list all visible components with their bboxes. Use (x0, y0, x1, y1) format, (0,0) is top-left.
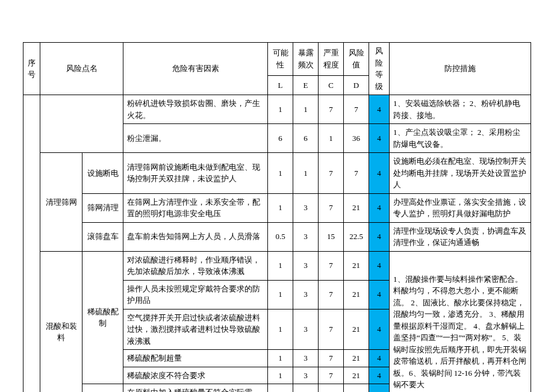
hazard-cell: 粉碎机进铁导致损坏齿圈、磨块，产生火花。 (123, 95, 268, 124)
E-cell: 3 (293, 193, 319, 222)
level-cell: 4 (369, 367, 390, 384)
measure-cell: 设施断电必须在配电室、现场控制开关处均断电并挂牌，现场开关处设置监护人 (390, 153, 531, 194)
hazard-cell: 粉尘泄漏。 (123, 124, 268, 153)
level-cell: 4 (369, 222, 390, 251)
E-cell: 3 (293, 367, 319, 384)
E-cell: 3 (293, 280, 319, 309)
risk-point-cell (40, 95, 123, 153)
E-cell: 3 (293, 384, 319, 393)
col-risk-point: 风险点名 (40, 43, 123, 95)
C-cell: 7 (319, 193, 344, 222)
L-cell: 1 (268, 251, 293, 280)
L-cell: 1 (268, 95, 293, 124)
seq-cell (23, 95, 40, 393)
C-cell: 7 (319, 384, 344, 393)
hazard-cell: 稀硫酸浓度不符合要求 (123, 367, 268, 384)
measure-cell: 1、混酸操作要与续料操作紧密配合。料酸均匀，不得忽大忽小，更不能断流。 2、固液… (390, 251, 531, 392)
header-row-1: 序号 风险点名 危险有害因素 可能性 暴露频次 严重程度 风险值 风险等级 防控… (23, 43, 531, 76)
hazard-cell: 操作人员未按照规定穿戴符合要求的防护用品 (123, 280, 268, 309)
table-row: 混酸和装料 稀硫酸配制 对浓硫酸进行稀释时，作业顺序错误，先加浓硫酸后加水，导致… (23, 251, 531, 280)
level-cell: 4 (369, 124, 390, 153)
col-E: E (293, 75, 319, 95)
E-cell: 1 (293, 95, 319, 124)
table-row: 滚筛盘车 盘车前未告知筛网上方人员，人员滑落 0.5 3 15 22.5 4 清… (23, 222, 531, 251)
measure-cell: 1、安装磁选除铁器； 2、粉碎机静电跨接、接地。 (390, 95, 531, 124)
hazard-cell: 在筛网上方清理作业，未系安全带，配置的照明灯电源非安全电压 (123, 193, 268, 222)
sub-cell: 筛网清理 (82, 193, 123, 222)
sub-cell: 稀硫酸配制 (82, 251, 123, 384)
level-cell: 4 (369, 251, 390, 280)
hazard-cell: 盘车前未告知筛网上方人员，人员滑落 (123, 222, 268, 251)
D-cell: 21 (344, 367, 369, 384)
col-hazard: 危险有害因素 (123, 43, 268, 95)
level-cell: 4 (369, 384, 390, 393)
D-cell: 21 (344, 309, 369, 350)
risk-assessment-table: 序号 风险点名 危险有害因素 可能性 暴露频次 严重程度 风险值 风险等级 防控… (23, 42, 531, 392)
L-cell: 1 (268, 367, 293, 384)
hazard-cell: 对浓硫酸进行稀释时，作业顺序错误，先加浓硫酸后加水，导致液体沸溅 (123, 251, 268, 280)
D-cell: 7 (344, 95, 369, 124)
level-cell: 4 (369, 153, 390, 194)
col-exposure: 暴露频次 (293, 43, 319, 76)
L-cell: 1 (268, 350, 293, 367)
E-cell: 6 (293, 124, 319, 153)
D-cell: 7 (344, 153, 369, 194)
hazard-cell: 清理筛网前设施断电未做到配电室、现场控制开关双挂牌，未设监护人 (123, 153, 268, 194)
L-cell: 1 (268, 193, 293, 222)
level-cell: 4 (369, 193, 390, 222)
level-cell: 4 (369, 309, 390, 350)
col-L: L (268, 75, 293, 95)
col-measure: 防控措施 (390, 43, 531, 95)
col-C: C (319, 75, 344, 95)
L-cell: 1 (268, 309, 293, 350)
level-cell: 4 (369, 350, 390, 367)
risk-point-cell: 清理筛网 (40, 153, 82, 252)
D-cell: 21 (344, 193, 369, 222)
L-cell: 1 (268, 153, 293, 194)
D-cell: 21 (344, 280, 369, 309)
sub-cell: 设施断电 (82, 153, 123, 194)
L-cell: 1 (268, 384, 293, 393)
measure-cell: 办理高处作业票证，落实安全措施，设专人监护，照明灯具做好漏电防护 (390, 193, 531, 222)
col-risk-value: 风险值 (344, 43, 369, 76)
C-cell: 7 (319, 309, 344, 350)
E-cell: 3 (293, 309, 319, 350)
E-cell: 3 (293, 251, 319, 280)
sub-cell: 混酸装锅 (82, 384, 123, 393)
D-cell: 21 (344, 384, 369, 393)
E-cell: 3 (293, 222, 319, 251)
D-cell: 21 (344, 350, 369, 367)
risk-point-cell: 混酸和装料 (40, 251, 82, 392)
L-cell: 6 (268, 124, 293, 153)
C-cell: 7 (319, 251, 344, 280)
table-row: 清理筛网 设施断电 清理筛网前设施断电未做到配电室、现场控制开关双挂牌，未设监护… (23, 153, 531, 194)
C-cell: 7 (319, 350, 344, 367)
hazard-cell: 稀硫酸配制超量 (123, 350, 268, 367)
C-cell: 7 (319, 153, 344, 194)
D-cell: 36 (344, 124, 369, 153)
C-cell: 1 (319, 124, 344, 153)
level-cell: 4 (369, 95, 390, 124)
measure-cell: 清理作业现场设专人负责，协调盘车及清理作业，保证沟通通畅 (390, 222, 531, 251)
E-cell: 1 (293, 153, 319, 194)
D-cell: 21 (344, 251, 369, 280)
L-cell: 0.5 (268, 222, 293, 251)
E-cell: 3 (293, 350, 319, 367)
col-likelihood: 可能性 (268, 43, 293, 76)
col-seq: 序号 (23, 43, 40, 95)
table-row: 筛网清理 在筛网上方清理作业，未系安全带，配置的照明灯电源非安全电压 1 3 7… (23, 193, 531, 222)
sub-cell: 滚筛盘车 (82, 222, 123, 251)
D-cell: 22.5 (344, 222, 369, 251)
col-severity: 严重程度 (319, 43, 344, 76)
level-cell: 4 (369, 280, 390, 309)
col-level: 风险等级 (369, 43, 390, 95)
C-cell: 7 (319, 280, 344, 309)
col-D: D (344, 75, 369, 95)
hazard-cell: 空气搅拌开关开启过快或者浓硫酸进料过快，激烈搅拌或者进料过快导致硫酸液沸溅 (123, 309, 268, 350)
C-cell: 15 (319, 222, 344, 251)
L-cell: 1 (268, 280, 293, 309)
C-cell: 7 (319, 367, 344, 384)
measure-cell: 1、产尘点装设吸尘罩； 2、采用粉尘防爆电气设备。 (390, 124, 531, 153)
table-row: 粉碎机进铁导致损坏齿圈、磨块，产生火花。 1 1 7 7 4 1、安装磁选除铁器… (23, 95, 531, 124)
hazard-cell: 在原料中加入稀硫酸量不符合实际需要，导致产品酸度不符合要求 (123, 384, 268, 393)
